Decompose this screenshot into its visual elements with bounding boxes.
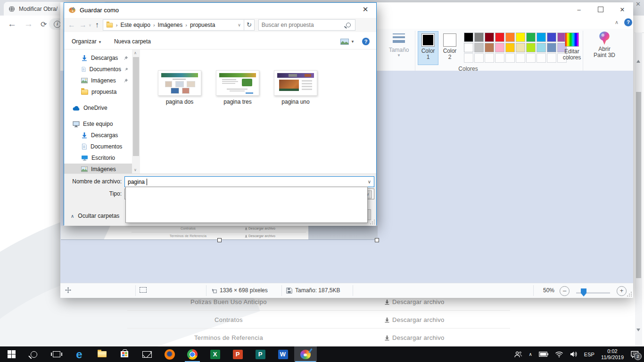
refresh-button[interactable]: ↻ — [244, 19, 255, 31]
search-box[interactable] — [258, 19, 355, 31]
scrollbar-thumb[interactable] — [133, 57, 139, 156]
taskbar-publisher-button[interactable]: P — [249, 346, 272, 362]
open-paint3d-button[interactable]: AbrirPaint 3D — [587, 31, 621, 58]
filename-autocomplete-dropdown[interactable] — [125, 187, 368, 223]
palette-color[interactable] — [464, 43, 473, 52]
palette-color[interactable] — [485, 33, 494, 42]
breadcrumb-dropdown-icon[interactable]: ∨ — [238, 23, 241, 27]
palette-color[interactable] — [474, 43, 484, 52]
breadcrumb-item[interactable]: Este equipo — [121, 22, 150, 28]
canvas-resize-handle[interactable] — [217, 238, 222, 242]
people-button[interactable] — [514, 351, 522, 358]
scroll-down-icon[interactable] — [636, 329, 640, 331]
taskbar-firefox-button[interactable] — [158, 346, 181, 362]
browser-reload-icon[interactable]: ⟳ — [41, 20, 47, 29]
taskbar-search-button[interactable] — [23, 346, 45, 362]
taskbar-paint-button[interactable] — [294, 346, 317, 362]
palette-color[interactable] — [474, 33, 484, 42]
close-button[interactable]: ✕ — [611, 2, 633, 16]
taskbar-word-button[interactable]: W — [272, 346, 294, 362]
chrome-close-icon[interactable]: ✕ — [636, 0, 641, 8]
sidebar-item-escritorio[interactable]: Escritorio — [64, 152, 132, 164]
download-link[interactable]: Descargar archivo — [384, 316, 469, 323]
sidebar-item-descargas[interactable]: Descargas — [64, 52, 132, 64]
clock[interactable]: 0:02 11/9/2019 — [601, 348, 624, 361]
maximize-button[interactable] — [590, 2, 611, 16]
sidebar-scrollbar[interactable]: ∧ ∨ — [132, 49, 140, 173]
taskbar-edge-button[interactable]: e — [68, 346, 91, 362]
breadcrumb-item[interactable]: propuesta — [190, 22, 215, 28]
zoom-slider-handle[interactable] — [581, 288, 586, 296]
wifi-indicator[interactable] — [555, 351, 563, 357]
window-resize-grip[interactable] — [627, 292, 632, 296]
palette-color[interactable] — [495, 43, 504, 52]
battery-indicator[interactable] — [539, 352, 548, 357]
file-item-pagina-tres[interactable]: pagina tres — [209, 70, 266, 105]
sidebar-item-onedrive[interactable]: OneDrive — [64, 102, 132, 114]
notification-center-button[interactable]: 2 — [630, 351, 639, 358]
scroll-up-icon[interactable]: ∧ — [134, 51, 137, 55]
scroll-down-icon[interactable]: ∨ — [134, 168, 137, 172]
sidebar-item-este-equipo[interactable]: Este equipo — [64, 118, 132, 130]
palette-color[interactable] — [526, 33, 536, 42]
palette-color[interactable] — [505, 43, 515, 52]
dialog-resize-grip[interactable] — [370, 220, 375, 224]
color1-button[interactable]: Color1 — [418, 31, 438, 65]
palette-color[interactable] — [464, 33, 473, 42]
filename-combobox[interactable]: pagina ∨ — [124, 176, 374, 187]
zoom-in-button[interactable]: + — [617, 286, 627, 296]
minimize-button[interactable]: – — [568, 2, 590, 16]
taskbar-store-button[interactable] — [113, 346, 136, 362]
canvas-resize-handle[interactable] — [375, 238, 379, 242]
download-link[interactable]: Descargar archivo — [384, 334, 469, 341]
palette-color[interactable] — [537, 43, 546, 52]
browser-back-icon[interactable]: ← — [8, 19, 17, 29]
scrollbar-thumb[interactable] — [636, 92, 641, 278]
edit-colors-button[interactable]: Editarcolores — [558, 33, 586, 61]
palette-color[interactable] — [495, 33, 504, 42]
sidebar-item-documentos[interactable]: Documentos — [64, 64, 132, 75]
nav-up-icon[interactable]: ↑ — [95, 21, 99, 29]
taskbar-file-explorer-button[interactable] — [91, 346, 113, 362]
palette-color[interactable] — [505, 33, 515, 42]
nav-back-icon[interactable]: ← — [68, 21, 75, 29]
taskbar-chrome-button[interactable] — [181, 346, 204, 362]
start-button[interactable] — [0, 346, 23, 362]
sidebar-item-descargas-2[interactable]: Descargas — [64, 130, 132, 141]
sidebar-item-documentos-2[interactable]: Documentos — [64, 141, 132, 152]
palette-color[interactable] — [537, 33, 546, 42]
sidebar-item-imagenes[interactable]: Imágenes — [64, 75, 132, 86]
nav-forward-icon[interactable]: → — [79, 21, 87, 29]
sidebar-item-propuesta[interactable]: propuesta — [64, 86, 132, 98]
file-item-pagina-uno[interactable]: pagina uno — [267, 70, 324, 105]
tray-expand-button[interactable]: ∧ — [529, 352, 532, 357]
nav-history-icon[interactable]: ∨ — [89, 23, 91, 27]
page-info-icon[interactable]: i — [54, 21, 61, 28]
taskbar-excel-button[interactable]: X — [204, 346, 226, 362]
dialog-help-button[interactable]: ? — [362, 38, 370, 45]
browser-forward-icon[interactable]: → — [24, 19, 33, 29]
language-indicator[interactable]: ESP — [584, 352, 594, 357]
dialog-close-button[interactable]: ✕ — [358, 4, 372, 15]
search-input[interactable] — [259, 22, 346, 28]
color2-button[interactable]: Color2 — [439, 31, 460, 65]
breadcrumb[interactable]: › Este equipo › Imágenes › propuesta ∨ — [103, 19, 244, 31]
hide-folders-button[interactable]: ∧ Ocultar carpetas — [71, 213, 119, 219]
palette-color[interactable] — [485, 43, 494, 52]
palette-color[interactable] — [547, 43, 556, 52]
taskbar-powerpoint-button[interactable]: P — [226, 346, 249, 362]
zoom-out-button[interactable]: – — [560, 286, 570, 296]
organize-button[interactable]: Organizar ▼ — [72, 38, 102, 45]
file-item-pagina-dos[interactable]: pagina dos — [151, 70, 208, 105]
download-link[interactable]: Descargar archivo — [384, 298, 469, 305]
palette-color[interactable] — [516, 43, 525, 52]
volume-indicator[interactable] — [570, 351, 578, 357]
size-button[interactable]: Tamaño ▼ — [387, 32, 411, 58]
palette-color[interactable] — [547, 33, 556, 42]
palette-color[interactable] — [516, 33, 525, 42]
taskbar-mail-button[interactable] — [136, 346, 158, 362]
view-mode-button[interactable]: ▼ — [340, 39, 355, 45]
task-view-button[interactable] — [45, 346, 68, 362]
page-scrollbar[interactable] — [635, 33, 642, 346]
breadcrumb-item[interactable]: Imágenes — [158, 22, 183, 28]
